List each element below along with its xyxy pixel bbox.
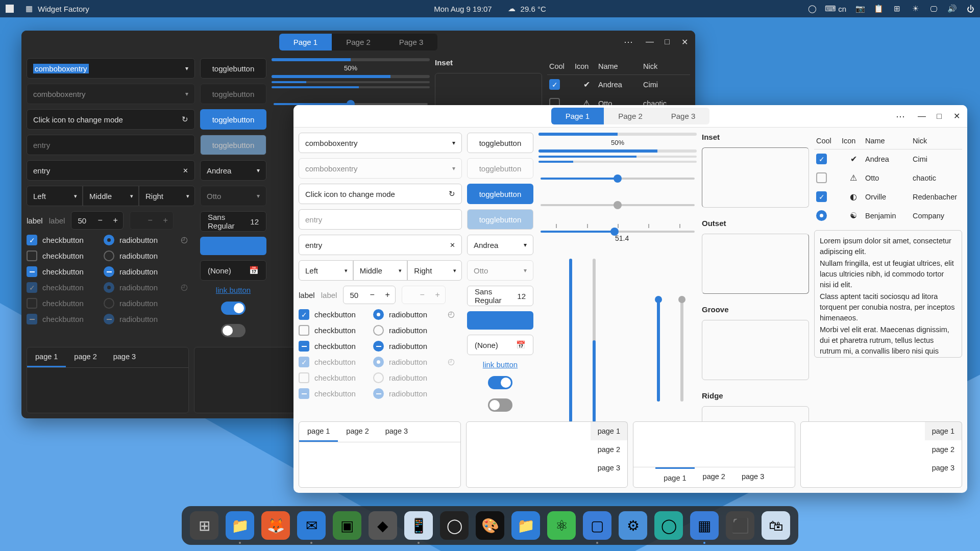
close-button[interactable]: ✕ [677,34,692,49]
mode-entry[interactable]: Click icon to change mode [299,184,462,204]
maximize-button[interactable]: □ [932,109,947,124]
clipboard-icon[interactable]: 📋 [874,4,883,13]
ime-indicator[interactable]: cn [838,5,846,13]
togglebutton-3[interactable]: togglebutton [200,109,266,130]
mode-entry[interactable]: Click icon to change mode [27,109,195,130]
spinner-icon: ◴ [181,235,195,245]
edge-icon[interactable]: ◯ [654,511,683,540]
brightness-icon[interactable]: ☀ [911,4,920,13]
window-menu-button[interactable]: ⋯ [896,111,906,122]
comboboxentry-2[interactable]: comboboxentry [299,158,462,179]
seg-left[interactable]: Left [27,186,83,206]
folder-icon[interactable]: 📁 [511,511,540,540]
spin-minus[interactable]: − [92,212,108,229]
togglebutton-2: togglebutton [200,84,266,104]
mail-icon[interactable]: ✉ [297,511,326,540]
keyboard-icon: ⌨ [826,4,835,13]
comboboxentry-2[interactable]: comboboxentry [27,84,195,104]
radio-5 [104,298,114,309]
tab-page-3[interactable]: Page 3 [385,34,438,51]
distro-logo-icon[interactable] [5,4,14,13]
progress-pct: 50% [272,64,430,72]
seg-right[interactable]: Right [139,186,195,206]
tweaks-icon[interactable]: ⚙ [619,511,647,540]
checkbox-1[interactable]: ✓ [27,235,37,245]
figma-icon[interactable]: 🎨 [476,511,504,540]
segment-control: Left Middle Right [27,186,195,206]
text-view[interactable]: Lorem ipsum dolor sit amet, consectetur … [814,230,962,358]
tab-page-3[interactable]: Page 3 [657,108,710,124]
togglebutton-1[interactable]: togglebutton [200,58,266,79]
label-1: label [27,216,43,225]
power-icon[interactable]: ⏻ [966,4,975,13]
font-button[interactable]: Sans Regular12 [200,211,266,232]
link-button[interactable]: link button [200,286,266,294]
terminal-app-icon[interactable]: ▣ [333,511,361,540]
close-button[interactable]: ✕ [949,109,964,124]
spinner-icon: ◴ [181,282,195,293]
tree-view: Cool Icon Name Nick ✓✔AndreaCimi ⚠Ottoch… [814,133,962,225]
sync-icon[interactable]: ◯ [807,4,817,13]
minimize-button[interactable]: — [642,34,657,49]
radio-2[interactable] [104,251,114,261]
screenshot-icon[interactable]: 📷 [855,4,865,13]
frame-inset-label: Inset [435,58,542,67]
tree-view: Cool Icon Name Nick ✓✔ AndreaCimi ⚠ Otto… [547,58,690,113]
tab-page-2[interactable]: Page 2 [604,108,657,124]
level-bar [200,237,266,255]
radio-1[interactable] [104,235,114,245]
grid-icon[interactable]: ⊞ [892,4,901,13]
checkbox-2[interactable] [27,251,37,261]
widget-factory-window-light: Page 1 Page 2 Page 3 ⋯ — □ ✕ comboboxent… [293,105,967,493]
spin-button-disabled: −+ [130,211,174,230]
inkscape-icon[interactable]: ◆ [369,511,397,540]
weather-temp[interactable]: 29.6 °C [521,5,546,13]
window-icon: ▦ [24,4,34,13]
atom-icon[interactable]: ⚛ [547,511,576,540]
clock[interactable]: Mon Aug 9 19:07 [434,5,492,13]
app-icon[interactable]: ▢ [583,511,611,540]
tab-page-2[interactable]: Page 2 [332,34,385,51]
phone-icon[interactable]: 📱 [404,511,433,540]
github-icon[interactable]: ◯ [440,511,469,540]
store-icon[interactable]: 🛍 [762,511,790,540]
switch-off[interactable] [221,324,246,337]
spin-plus[interactable]: + [108,212,123,229]
tab-page-1[interactable]: Page 1 [279,34,332,51]
radio-3[interactable] [104,266,114,277]
progressbar-4 [272,86,430,88]
comboboxentry-1[interactable]: comboboxentry [299,133,462,153]
comboboxentry-1[interactable]: comboboxentry [27,58,195,79]
seg-middle[interactable]: Middle [83,186,139,206]
display-icon[interactable]: 🖵 [929,4,938,13]
table-row[interactable]: ✓✔ AndreaCimi [547,75,690,94]
header-tabs: Page 1 Page 2 Page 3 [279,34,438,51]
date-button[interactable]: (None)📅 [200,260,266,281]
apps-icon[interactable]: ⊞ [190,511,218,540]
window-menu-button[interactable]: ⋯ [624,36,634,47]
terminal-icon[interactable]: ⬛ [726,511,754,540]
app-title[interactable]: Widget Factory [38,5,89,13]
entry-value[interactable]: entry [299,235,462,255]
volume-icon[interactable]: 🔊 [947,4,957,13]
combo-andrea[interactable]: Andrea [200,160,266,181]
minimize-button[interactable]: — [914,109,929,124]
maximize-button[interactable]: □ [659,34,675,49]
firefox-icon[interactable]: 🦊 [261,511,290,540]
spin-button[interactable]: 50−+ [71,211,124,230]
entry-value[interactable]: entry [27,160,195,181]
checkbox-4: ✓ [27,282,37,293]
weather-icon: ☁ [507,4,517,13]
progressbar-3 [272,81,430,83]
label-2: label [49,216,65,225]
entry-placeholder[interactable]: entry [27,135,195,155]
entry-placeholder[interactable]: entry [299,209,462,230]
checkbox-3[interactable] [27,266,37,277]
files-icon[interactable]: 📁 [226,511,254,540]
tab-page-1[interactable]: Page 1 [551,108,604,124]
switch-on[interactable] [221,302,246,315]
radio-4 [104,282,114,293]
widget-factory-icon[interactable]: ▦ [690,511,719,540]
combo-otto: Otto [200,186,266,206]
progressbar-2 [272,75,430,78]
